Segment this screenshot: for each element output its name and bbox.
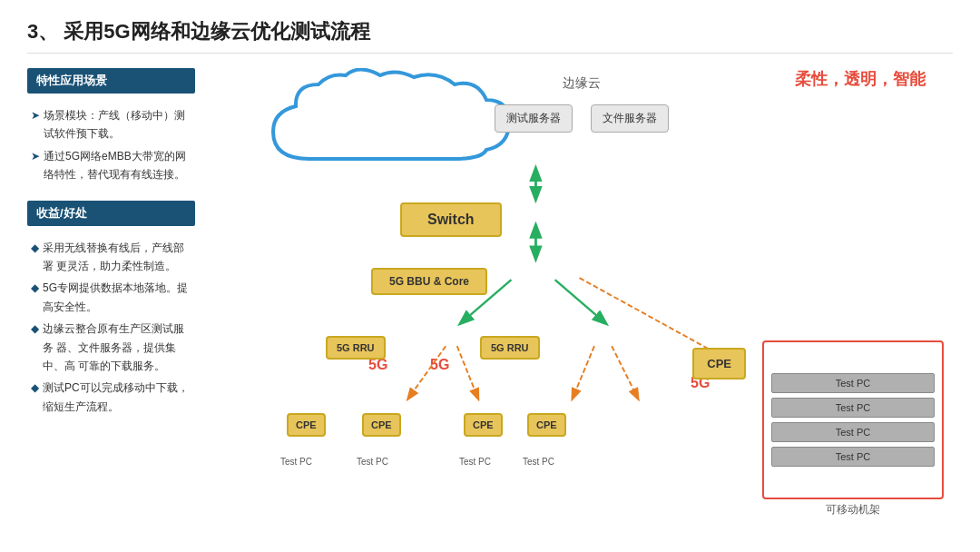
rru-left-box: 5G RRU — [326, 336, 386, 360]
diagram-area: 柔性，透明，智能 边缘云 测试服务器 文件服务器 Switch 5G BBU &… — [210, 68, 953, 540]
feature-text-2: 通过5G网络eMBB大带宽的网络特性，替代现有有线连接。 — [44, 147, 191, 184]
diamond-icon-4: ◆ — [31, 379, 39, 397]
benefit-text-4: 测试PC可以完成移动中下载，缩短生产流程。 — [43, 379, 191, 416]
benefit-item-2: ◆ 5G专网提供数据本地落地。提高安全性。 — [31, 279, 191, 316]
svg-line-5 — [555, 280, 606, 323]
header-title: 采用5G网络和边缘云优化测试流程 — [64, 18, 369, 45]
file-server-box: 文件服务器 — [591, 104, 669, 133]
rack-label: 可移动机架 — [826, 502, 880, 518]
diamond-icon-1: ◆ — [31, 239, 39, 257]
benefit-item-3: ◆ 边缘云整合原有生产区测试服务 器、文件服务器，提供集中、高 可靠的下载服务。 — [31, 320, 191, 375]
header: 3、 采用5G网络和边缘云优化测试流程 — [27, 18, 953, 54]
label-5g-right: 5G — [430, 357, 449, 373]
rru-right-box: 5G RRU — [480, 336, 540, 360]
cloud-servers: 测试服务器 文件服务器 — [495, 104, 669, 133]
benefit-text-3: 边缘云整合原有生产区测试服务 器、文件服务器，提供集中、高 可靠的下载服务。 — [43, 320, 191, 375]
svg-line-8 — [573, 346, 594, 399]
testpc-label-3: Test PC — [450, 457, 500, 467]
header-number: 3、 — [27, 18, 58, 45]
features-content: ➤ 场景模块：产线（移动中）测试软件预下载。 ➤ 通过5G网络eMBB大带宽的网… — [27, 101, 195, 193]
cpe-box-1: CPE — [287, 413, 326, 437]
rack-content: Test PC Test PC Test PC Test PC — [764, 342, 942, 498]
bbu-box: 5G BBU & Core — [371, 268, 487, 295]
switch-box: Switch — [400, 202, 502, 237]
cpe-right-box: CPE — [692, 348, 746, 380]
arrow-icon-2: ➤ — [31, 147, 40, 165]
testpc-label-1: Test PC — [271, 457, 321, 467]
cpe-box-2: CPE — [362, 413, 401, 437]
diamond-icon-2: ◆ — [31, 279, 39, 297]
arrow-icon-1: ➤ — [31, 106, 40, 124]
cpe-box-4: CPE — [527, 413, 566, 437]
benefit-item-4: ◆ 测试PC可以完成移动中下载，缩短生产流程。 — [31, 379, 191, 416]
rack-testpc-4: Test PC — [771, 447, 935, 467]
slogan: 柔性，透明，智能 — [795, 68, 926, 90]
rack-testpc-1: Test PC — [771, 373, 935, 393]
content-area: 特性应用场景 ➤ 场景模块：产线（移动中）测试软件预下载。 ➤ 通过5G网络eM… — [27, 68, 953, 540]
cpe-box-3: CPE — [464, 413, 503, 437]
feature-text-1: 场景模块：产线（移动中）测试软件预下载。 — [44, 106, 191, 143]
benefit-item-1: ◆ 采用无线替换有线后，产线部署 更灵活，助力柔性制造。 — [31, 239, 191, 276]
page: 3、 采用5G网络和边缘云优化测试流程 特性应用场景 ➤ 场景模块：产线（移动中… — [0, 0, 980, 552]
benefit-text-1: 采用无线替换有线后，产线部署 更灵活，助力柔性制造。 — [43, 239, 191, 276]
rack-testpc-2: Test PC — [771, 398, 935, 418]
test-server-box: 测试服务器 — [495, 104, 573, 133]
cloud-label: 边缘云 — [563, 75, 601, 92]
benefits-content: ◆ 采用无线替换有线后，产线部署 更灵活，助力柔性制造。 ◆ 5G专网提供数据本… — [27, 233, 195, 426]
left-panel: 特性应用场景 ➤ 场景模块：产线（移动中）测试软件预下载。 ➤ 通过5G网络eM… — [27, 68, 195, 540]
testpc-label-4: Test PC — [514, 457, 564, 467]
right-frame: Test PC Test PC Test PC Test PC 可移动机架 — [762, 340, 944, 499]
feature-item-2: ➤ 通过5G网络eMBB大带宽的网络特性，替代现有有线连接。 — [31, 147, 191, 184]
testpc-label-2: Test PC — [348, 457, 397, 467]
rack-testpc-3: Test PC — [771, 422, 935, 442]
svg-line-7 — [457, 346, 478, 399]
benefit-text-2: 5G专网提供数据本地落地。提高安全性。 — [43, 279, 191, 316]
benefits-title: 收益/好处 — [27, 201, 195, 226]
features-title: 特性应用场景 — [27, 68, 195, 94]
svg-line-9 — [612, 346, 638, 399]
diamond-icon-3: ◆ — [31, 320, 39, 338]
feature-item-1: ➤ 场景模块：产线（移动中）测试软件预下载。 — [31, 106, 191, 143]
